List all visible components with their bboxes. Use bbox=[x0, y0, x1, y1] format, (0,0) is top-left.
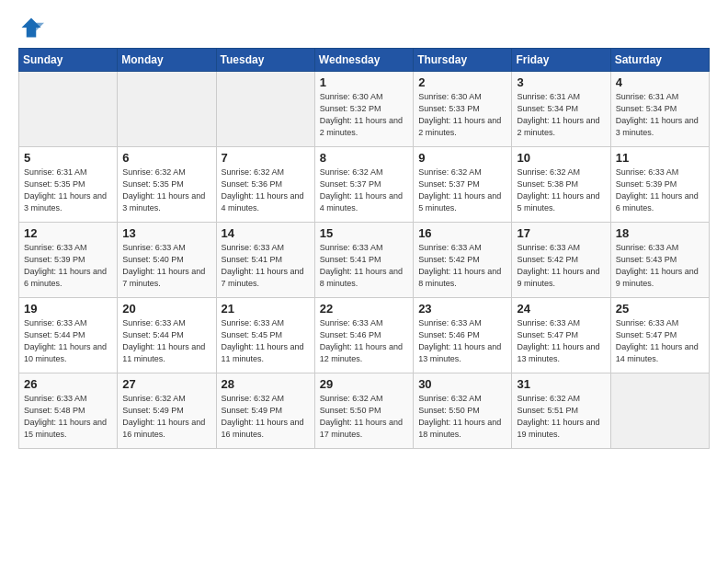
day-number: 10 bbox=[517, 151, 605, 165]
day-info: Sunrise: 6:32 AMSunset: 5:38 PMDaylight:… bbox=[517, 167, 605, 214]
day-number: 18 bbox=[616, 226, 704, 240]
header-cell-sunday: Sunday bbox=[19, 49, 118, 72]
day-info: Sunrise: 6:33 AMSunset: 5:47 PMDaylight:… bbox=[616, 317, 704, 365]
day-info: Sunrise: 6:33 AMSunset: 5:40 PMDaylight:… bbox=[122, 242, 210, 290]
day-cell: 19 Sunrise: 6:33 AMSunset: 5:44 PMDaylig… bbox=[19, 298, 118, 373]
week-row-2: 12 Sunrise: 6:33 AMSunset: 5:39 PMDaylig… bbox=[19, 223, 710, 298]
day-number: 11 bbox=[616, 151, 704, 165]
calendar-table: SundayMondayTuesdayWednesdayThursdayFrid… bbox=[18, 48, 710, 449]
day-cell: 13 Sunrise: 6:33 AMSunset: 5:40 PMDaylig… bbox=[118, 223, 216, 298]
day-cell: 10 Sunrise: 6:32 AMSunset: 5:38 PMDaylig… bbox=[512, 147, 610, 223]
day-info: Sunrise: 6:32 AMSunset: 5:49 PMDaylight:… bbox=[122, 393, 210, 441]
header-row: SundayMondayTuesdayWednesdayThursdayFrid… bbox=[19, 49, 710, 72]
day-cell: 26 Sunrise: 6:33 AMSunset: 5:48 PMDaylig… bbox=[19, 373, 118, 449]
day-number: 24 bbox=[517, 302, 605, 316]
day-info: Sunrise: 6:33 AMSunset: 5:43 PMDaylight:… bbox=[616, 242, 704, 290]
day-info: Sunrise: 6:32 AMSunset: 5:50 PMDaylight:… bbox=[418, 393, 506, 441]
day-info: Sunrise: 6:33 AMSunset: 5:41 PMDaylight:… bbox=[320, 242, 408, 290]
day-info: Sunrise: 6:33 AMSunset: 5:39 PMDaylight:… bbox=[616, 167, 704, 214]
day-info: Sunrise: 6:32 AMSunset: 5:50 PMDaylight:… bbox=[320, 393, 408, 441]
week-row-4: 26 Sunrise: 6:33 AMSunset: 5:48 PMDaylig… bbox=[19, 373, 710, 449]
day-info: Sunrise: 6:32 AMSunset: 5:36 PMDaylight:… bbox=[222, 167, 310, 214]
day-info: Sunrise: 6:32 AMSunset: 5:35 PMDaylight:… bbox=[122, 167, 210, 214]
day-number: 12 bbox=[24, 226, 112, 240]
day-number: 25 bbox=[616, 302, 704, 316]
day-cell: 17 Sunrise: 6:33 AMSunset: 5:42 PMDaylig… bbox=[512, 223, 610, 298]
day-number: 28 bbox=[222, 377, 310, 391]
header-cell-saturday: Saturday bbox=[610, 49, 709, 72]
day-cell: 22 Sunrise: 6:33 AMSunset: 5:46 PMDaylig… bbox=[314, 298, 413, 373]
day-number: 17 bbox=[517, 226, 605, 240]
day-cell: 28 Sunrise: 6:32 AMSunset: 5:49 PMDaylig… bbox=[216, 373, 314, 449]
calendar-header: SundayMondayTuesdayWednesdayThursdayFrid… bbox=[19, 49, 710, 72]
day-number: 30 bbox=[418, 377, 506, 391]
calendar-body: 1 Sunrise: 6:30 AMSunset: 5:32 PMDayligh… bbox=[19, 72, 710, 449]
day-number: 20 bbox=[122, 302, 210, 316]
day-info: Sunrise: 6:30 AMSunset: 5:32 PMDaylight:… bbox=[320, 91, 408, 139]
week-row-1: 5 Sunrise: 6:31 AMSunset: 5:35 PMDayligh… bbox=[19, 147, 710, 223]
day-number: 13 bbox=[122, 226, 210, 240]
header-cell-thursday: Thursday bbox=[414, 49, 512, 72]
day-number: 3 bbox=[517, 75, 605, 89]
day-info: Sunrise: 6:33 AMSunset: 5:42 PMDaylight:… bbox=[517, 242, 605, 290]
day-info: Sunrise: 6:33 AMSunset: 5:42 PMDaylight:… bbox=[418, 242, 506, 290]
week-row-0: 1 Sunrise: 6:30 AMSunset: 5:32 PMDayligh… bbox=[19, 72, 710, 147]
day-cell: 1 Sunrise: 6:30 AMSunset: 5:32 PMDayligh… bbox=[314, 72, 413, 147]
day-number: 29 bbox=[320, 377, 408, 391]
calendar-page: SundayMondayTuesdayWednesdayThursdayFrid… bbox=[0, 0, 728, 563]
day-info: Sunrise: 6:32 AMSunset: 5:37 PMDaylight:… bbox=[418, 167, 506, 214]
day-number: 7 bbox=[222, 151, 310, 165]
day-info: Sunrise: 6:30 AMSunset: 5:33 PMDaylight:… bbox=[418, 91, 506, 139]
day-cell: 21 Sunrise: 6:33 AMSunset: 5:45 PMDaylig… bbox=[216, 298, 314, 373]
header-cell-friday: Friday bbox=[512, 49, 610, 72]
day-cell: 12 Sunrise: 6:33 AMSunset: 5:39 PMDaylig… bbox=[19, 223, 118, 298]
day-info: Sunrise: 6:33 AMSunset: 5:45 PMDaylight:… bbox=[222, 317, 310, 365]
day-number: 5 bbox=[24, 151, 112, 165]
day-cell: 8 Sunrise: 6:32 AMSunset: 5:37 PMDayligh… bbox=[314, 147, 413, 223]
day-cell: 4 Sunrise: 6:31 AMSunset: 5:34 PMDayligh… bbox=[610, 72, 709, 147]
day-number: 8 bbox=[320, 151, 408, 165]
day-info: Sunrise: 6:33 AMSunset: 5:39 PMDaylight:… bbox=[24, 242, 112, 290]
day-cell: 14 Sunrise: 6:33 AMSunset: 5:41 PMDaylig… bbox=[216, 223, 314, 298]
header-cell-monday: Monday bbox=[118, 49, 216, 72]
day-number: 21 bbox=[222, 302, 310, 316]
day-cell: 29 Sunrise: 6:32 AMSunset: 5:50 PMDaylig… bbox=[314, 373, 413, 449]
day-info: Sunrise: 6:32 AMSunset: 5:51 PMDaylight:… bbox=[517, 393, 605, 441]
day-info: Sunrise: 6:33 AMSunset: 5:46 PMDaylight:… bbox=[320, 317, 408, 365]
day-number: 16 bbox=[418, 226, 506, 240]
day-number: 1 bbox=[320, 75, 408, 89]
day-cell: 31 Sunrise: 6:32 AMSunset: 5:51 PMDaylig… bbox=[512, 373, 610, 449]
logo bbox=[18, 15, 48, 40]
day-cell: 9 Sunrise: 6:32 AMSunset: 5:37 PMDayligh… bbox=[414, 147, 512, 223]
day-cell: 2 Sunrise: 6:30 AMSunset: 5:33 PMDayligh… bbox=[414, 72, 512, 147]
day-cell: 30 Sunrise: 6:32 AMSunset: 5:50 PMDaylig… bbox=[414, 373, 512, 449]
day-info: Sunrise: 6:33 AMSunset: 5:41 PMDaylight:… bbox=[222, 242, 310, 290]
day-number: 4 bbox=[616, 75, 704, 89]
day-cell bbox=[610, 373, 709, 449]
day-cell: 15 Sunrise: 6:33 AMSunset: 5:41 PMDaylig… bbox=[314, 223, 413, 298]
header-cell-wednesday: Wednesday bbox=[314, 49, 413, 72]
day-number: 22 bbox=[320, 302, 408, 316]
header-cell-tuesday: Tuesday bbox=[216, 49, 314, 72]
day-number: 26 bbox=[24, 377, 112, 391]
day-cell: 20 Sunrise: 6:33 AMSunset: 5:44 PMDaylig… bbox=[118, 298, 216, 373]
day-cell: 27 Sunrise: 6:32 AMSunset: 5:49 PMDaylig… bbox=[118, 373, 216, 449]
day-info: Sunrise: 6:31 AMSunset: 5:34 PMDaylight:… bbox=[517, 91, 605, 139]
day-number: 14 bbox=[222, 226, 310, 240]
day-number: 23 bbox=[418, 302, 506, 316]
day-cell: 24 Sunrise: 6:33 AMSunset: 5:47 PMDaylig… bbox=[512, 298, 610, 373]
day-info: Sunrise: 6:32 AMSunset: 5:37 PMDaylight:… bbox=[320, 167, 408, 214]
day-number: 19 bbox=[24, 302, 112, 316]
day-info: Sunrise: 6:31 AMSunset: 5:35 PMDaylight:… bbox=[24, 167, 112, 214]
day-cell: 3 Sunrise: 6:31 AMSunset: 5:34 PMDayligh… bbox=[512, 72, 610, 147]
page-header bbox=[18, 15, 710, 40]
day-info: Sunrise: 6:33 AMSunset: 5:47 PMDaylight:… bbox=[517, 317, 605, 365]
day-cell bbox=[118, 72, 216, 147]
day-number: 2 bbox=[418, 75, 506, 89]
day-number: 9 bbox=[418, 151, 506, 165]
day-cell: 5 Sunrise: 6:31 AMSunset: 5:35 PMDayligh… bbox=[19, 147, 118, 223]
day-number: 15 bbox=[320, 226, 408, 240]
day-info: Sunrise: 6:33 AMSunset: 5:46 PMDaylight:… bbox=[418, 317, 506, 365]
day-cell: 16 Sunrise: 6:33 AMSunset: 5:42 PMDaylig… bbox=[414, 223, 512, 298]
day-info: Sunrise: 6:31 AMSunset: 5:34 PMDaylight:… bbox=[616, 91, 704, 139]
